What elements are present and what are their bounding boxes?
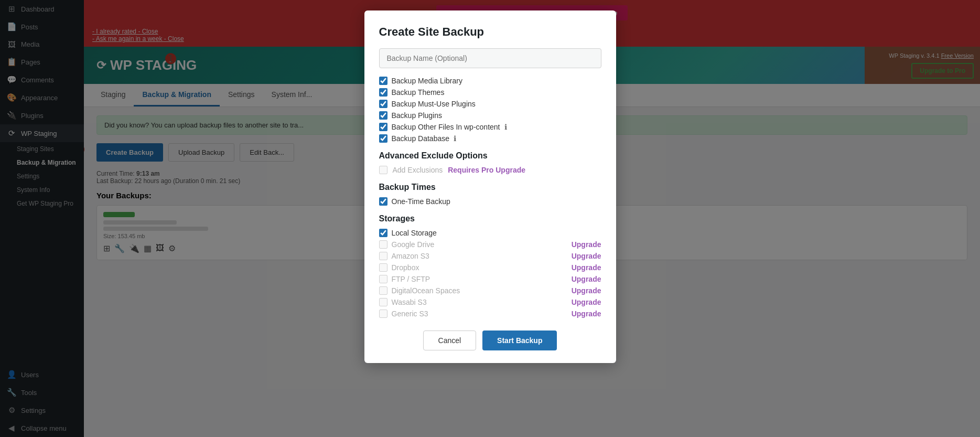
storage-dropbox-label: Dropbox	[392, 263, 419, 272]
other-files-info-icon: ℹ	[504, 123, 507, 131]
backup-name-input[interactable]	[379, 48, 601, 68]
storage-ftp-sftp-row: FTP / SFTPUpgrade	[379, 275, 601, 283]
modal-footer: Cancel Start Backup	[379, 331, 601, 350]
storage-dropbox-checkbox	[379, 263, 387, 272]
storage-generic-s3-upgrade[interactable]: Upgrade	[572, 310, 601, 318]
storage-digital-ocean-upgrade[interactable]: Upgrade	[572, 286, 601, 295]
add-exclusions-row: Add Exclusions Requires Pro Upgrade	[379, 166, 601, 174]
backup-times-title: Backup Times	[379, 183, 601, 192]
backup-themes-label: Backup Themes	[392, 88, 445, 97]
storage-amazon-s3-row: Amazon S3Upgrade	[379, 252, 601, 260]
backup-plugins-checkbox[interactable]	[379, 111, 387, 120]
add-exclusions-label: Add Exclusions	[393, 166, 443, 174]
storage-google-drive-row: Google DriveUpgrade	[379, 240, 601, 249]
backup-database-row: Backup Database ℹ	[379, 134, 601, 143]
storage-local-label: Local Storage	[392, 229, 437, 237]
storage-digital-ocean-checkbox	[379, 286, 387, 295]
storage-amazon-s3-checkbox	[379, 252, 387, 260]
backup-other-files-label: Backup Other Files In wp-content	[392, 123, 500, 131]
one-time-backup-checkbox[interactable]	[379, 197, 387, 206]
storage-wasabi-upgrade[interactable]: Upgrade	[572, 298, 601, 306]
backup-media-label: Backup Media Library	[392, 77, 462, 85]
storage-amazon-s3-label: Amazon S3	[392, 252, 429, 260]
storage-generic-s3-checkbox	[379, 310, 387, 318]
storage-wasabi-row: Wasabi S3Upgrade	[379, 298, 601, 306]
backup-must-use-checkbox[interactable]	[379, 100, 387, 108]
storage-dropbox-upgrade[interactable]: Upgrade	[572, 263, 601, 272]
storage-google-drive-checkbox	[379, 240, 387, 249]
cancel-button[interactable]: Cancel	[423, 331, 477, 350]
backup-media-checkbox[interactable]	[379, 77, 387, 85]
start-backup-button[interactable]: Start Backup	[482, 331, 557, 350]
storage-ftp-sftp-label: FTP / SFTP	[392, 275, 430, 283]
backup-database-label: Backup Database	[392, 134, 450, 143]
storage-wasabi-label: Wasabi S3	[392, 298, 427, 306]
backup-must-use-label: Backup Must-Use Plugins	[392, 100, 476, 108]
storage-ftp-sftp-upgrade[interactable]: Upgrade	[572, 275, 601, 283]
storage-digital-ocean-row: DigitalOcean SpacesUpgrade	[379, 286, 601, 295]
storage-digital-ocean-label: DigitalOcean Spaces	[392, 286, 460, 295]
backup-media-row: Backup Media Library	[379, 77, 601, 85]
storage-generic-s3-row: Generic S3Upgrade	[379, 310, 601, 318]
storage-google-drive-label: Google Drive	[392, 240, 435, 249]
create-backup-modal: Create Site Backup Backup Media LibraryB…	[364, 10, 616, 363]
backup-themes-checkbox[interactable]	[379, 88, 387, 97]
storage-ftp-sftp-checkbox	[379, 275, 387, 283]
one-time-backup-label: One-Time Backup	[392, 197, 450, 206]
advanced-exclude-title: Advanced Exclude Options	[379, 151, 601, 161]
backup-database-checkbox[interactable]	[379, 134, 387, 143]
backup-must-use-row: Backup Must-Use Plugins	[379, 100, 601, 108]
backup-plugins-row: Backup Plugins	[379, 111, 601, 120]
backup-themes-row: Backup Themes	[379, 88, 601, 97]
storages-title: Storages	[379, 214, 601, 223]
storage-local-checkbox[interactable]	[379, 229, 387, 237]
storage-google-drive-upgrade[interactable]: Upgrade	[572, 240, 601, 249]
modal-title: Create Site Backup	[379, 25, 601, 39]
backup-other-files-row: Backup Other Files In wp-content ℹ	[379, 123, 601, 131]
storage-local-row: Local Storage	[379, 229, 601, 237]
storage-amazon-s3-upgrade[interactable]: Upgrade	[572, 252, 601, 260]
one-time-backup-row: One-Time Backup	[379, 197, 601, 206]
storage-dropbox-row: DropboxUpgrade	[379, 263, 601, 272]
requires-pro-text: Requires Pro Upgrade	[448, 166, 525, 174]
database-info-icon: ℹ	[454, 134, 456, 143]
backup-plugins-label: Backup Plugins	[392, 111, 443, 120]
modal-overlay: Create Site Backup Backup Media LibraryB…	[0, 0, 980, 437]
storage-wasabi-checkbox	[379, 298, 387, 306]
backup-other-files-checkbox[interactable]	[379, 123, 387, 131]
storage-generic-s3-label: Generic S3	[392, 310, 428, 318]
add-exclusions-checkbox[interactable]	[379, 166, 387, 174]
